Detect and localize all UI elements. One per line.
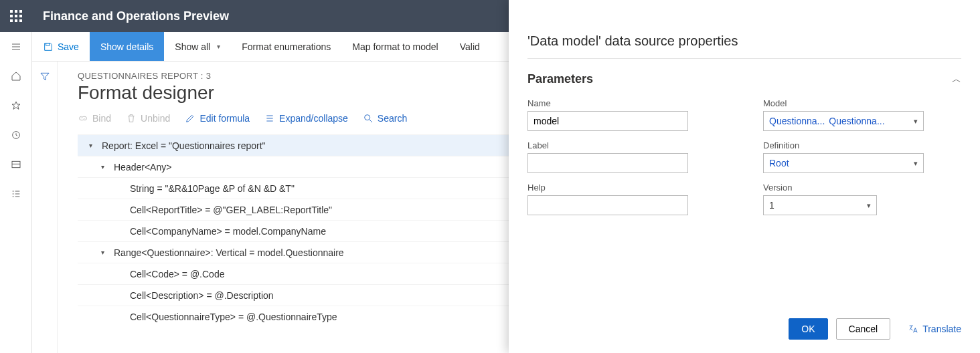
version-label: Version (763, 183, 961, 193)
label-label: Label (527, 140, 726, 150)
edit-formula-button[interactable]: Edit formula (185, 113, 250, 124)
home-icon[interactable] (0, 62, 32, 91)
format-enumerations-button[interactable]: Format enumerations (231, 32, 341, 61)
tree-toggle-icon[interactable]: ▾ (98, 163, 107, 170)
list-icon (264, 113, 275, 124)
tree-label: Cell<QuestionnaireType> = @.Questionnair… (130, 312, 337, 322)
show-all-button[interactable]: Show all▾ (164, 32, 231, 61)
name-label: Name (527, 98, 726, 108)
help-label: Help (527, 183, 726, 193)
cancel-button[interactable]: Cancel (836, 318, 891, 340)
tree-toggle-icon[interactable]: ▾ (86, 142, 95, 149)
search-icon (363, 113, 374, 124)
model-select[interactable]: Questionna... Questionna... ▾ (763, 111, 924, 131)
label-input[interactable] (527, 153, 688, 173)
translate-icon (908, 324, 918, 334)
tree-label: Cell<Description> = @.Description (130, 290, 274, 301)
modules-icon[interactable] (0, 179, 32, 209)
recent-icon[interactable] (0, 120, 32, 150)
tree-label: Header<Any> (114, 162, 171, 172)
validate-button[interactable]: Valid (449, 32, 491, 61)
svg-point-21 (365, 115, 370, 120)
tree-label: Cell<Code> = @.Code (130, 269, 224, 279)
svg-line-22 (370, 120, 372, 122)
help-input[interactable] (527, 195, 688, 215)
expand-collapse-button[interactable]: Expand/collapse (264, 113, 348, 124)
parameters-section-header[interactable]: Parameters ︿ (527, 72, 961, 86)
chevron-down-icon: ▾ (217, 43, 220, 50)
app-launcher-icon[interactable] (0, 0, 32, 32)
save-button[interactable]: Save (32, 32, 90, 61)
svg-marker-5 (12, 102, 20, 109)
workspaces-icon[interactable] (0, 150, 32, 179)
save-label: Save (58, 41, 79, 52)
name-input[interactable] (527, 111, 688, 131)
tree-label: String = "&R&10Page &P of &N &D &T" (130, 183, 295, 194)
tree-toggle-icon[interactable]: ▾ (98, 249, 107, 256)
version-select[interactable]: 1 ▾ (763, 195, 877, 215)
ok-button[interactable]: OK (789, 318, 827, 340)
translate-button[interactable]: Translate (908, 324, 961, 334)
chevron-up-icon: ︿ (952, 74, 961, 86)
model-label: Model (763, 98, 961, 108)
panel-title: 'Data model' data source properties (527, 33, 961, 49)
chevron-down-icon: ▾ (914, 117, 918, 126)
trash-icon (126, 113, 137, 124)
app-title: Finance and Operations Preview (32, 9, 229, 23)
svg-rect-17 (46, 43, 50, 45)
hamburger-icon[interactable] (0, 32, 32, 62)
map-format-button[interactable]: Map format to model (341, 32, 448, 61)
filter-icon[interactable] (39, 71, 50, 82)
definition-label: Definition (763, 140, 961, 150)
bind-button[interactable]: Bind (78, 113, 111, 124)
chevron-down-icon: ▾ (914, 159, 918, 168)
link-icon (78, 113, 88, 124)
pencil-icon (185, 113, 195, 124)
properties-panel: 'Data model' data source properties Para… (509, 0, 980, 353)
star-icon[interactable] (0, 91, 32, 120)
tree-search-button[interactable]: Search (363, 113, 407, 124)
tree-label: Range<Questionnaire>: Vertical = model.Q… (114, 247, 344, 258)
svg-line-8 (16, 135, 17, 136)
tree-label: Cell<CompanyName> = model.CompanyName (130, 226, 326, 237)
save-icon (43, 41, 54, 52)
show-details-button[interactable]: Show details (90, 32, 164, 61)
tree-label: Report: Excel = "Questionnaires report" (102, 140, 266, 151)
definition-select[interactable]: Root ▾ (763, 153, 924, 173)
chevron-down-icon: ▾ (867, 201, 871, 210)
left-nav-rail (0, 32, 32, 353)
tree-label: Cell<ReportTitle> = @"GER_LABEL:ReportTi… (130, 205, 332, 215)
svg-rect-9 (12, 161, 20, 167)
unbind-button[interactable]: Unbind (126, 113, 170, 124)
